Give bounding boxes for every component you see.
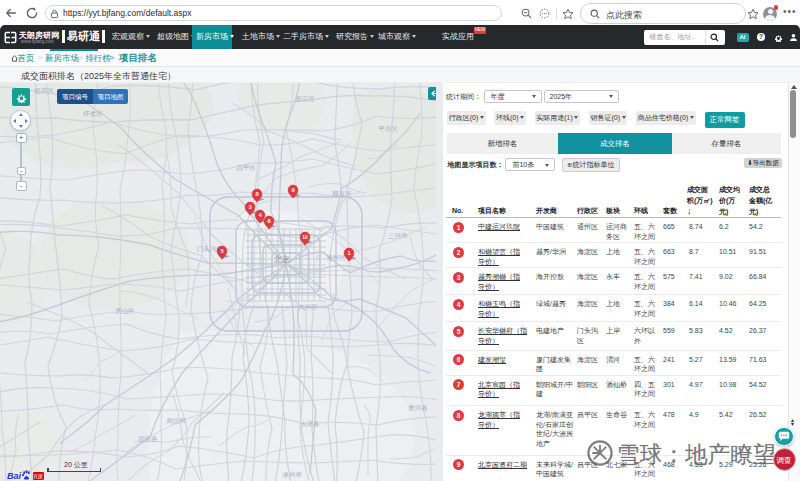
svg-text:怀柔区: 怀柔区 [82, 110, 103, 117]
svg-text:密云区: 密云区 [295, 95, 315, 102]
svg-text:涿州市: 涿州市 [282, 471, 302, 479]
svg-text:延庆区: 延庆区 [34, 87, 54, 94]
svg-text:通州区: 通州区 [326, 254, 346, 261]
svg-text:北京: 北京 [273, 255, 290, 264]
svg-text:香河县: 香河县 [408, 404, 428, 412]
svg-text:10: 10 [302, 235, 308, 240]
svg-text:平谷区: 平谷区 [378, 125, 398, 133]
svg-text:昌平区: 昌平区 [236, 164, 256, 171]
svg-text:固安县: 固安县 [138, 435, 158, 442]
svg-text:房山区: 房山区 [115, 307, 135, 314]
svg-text:大兴区: 大兴区 [298, 303, 318, 311]
svg-text:廊坊市: 廊坊市 [166, 417, 186, 425]
svg-text:永清县: 永清县 [300, 420, 320, 428]
svg-text:三河市: 三河市 [388, 232, 408, 240]
svg-text:顺义区: 顺义区 [332, 190, 352, 198]
